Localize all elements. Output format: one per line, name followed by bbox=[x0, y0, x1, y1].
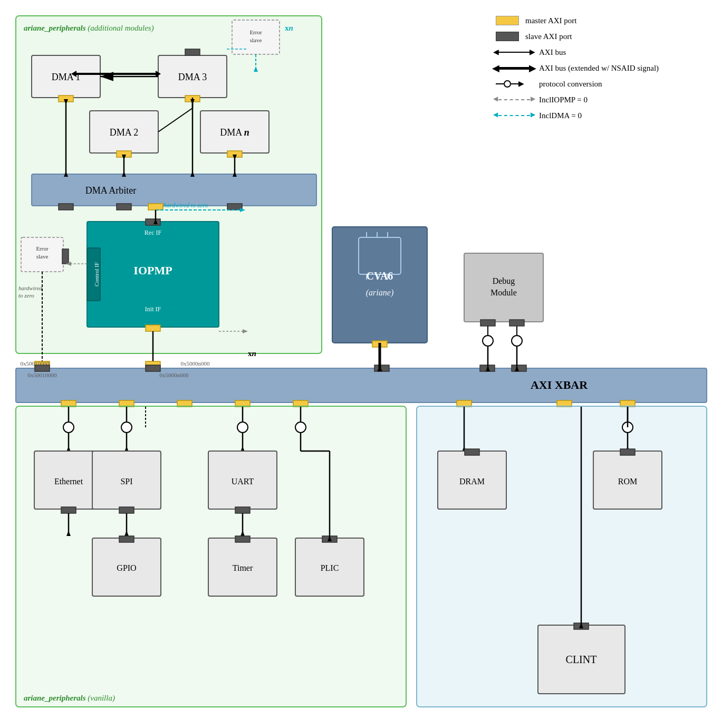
iopmp-rec-if-label: Rec IF bbox=[145, 229, 162, 236]
addr1-below: 0x50010000 bbox=[28, 372, 57, 378]
dma-arbiter-slave-port-1 bbox=[59, 204, 73, 210]
hardwired-zero-left-1: hardwired bbox=[18, 285, 43, 291]
iopmp-init-if-master-port bbox=[146, 325, 160, 331]
debug-protocol-circle-2 bbox=[512, 336, 522, 346]
debug-slave-port-2 bbox=[509, 320, 524, 326]
error-slave-left-label-2: slave bbox=[36, 253, 49, 260]
spi-slave-port bbox=[119, 507, 134, 513]
debug-module-label-2: Module bbox=[490, 288, 517, 297]
plic-label: PLIC bbox=[321, 563, 339, 572]
gpio-slave-port bbox=[119, 536, 134, 542]
error-slave-top-label: Error bbox=[249, 29, 262, 35]
svg-text:slave: slave bbox=[250, 37, 262, 43]
gpio-label: GPIO bbox=[117, 563, 136, 572]
rom-label: ROM bbox=[618, 477, 637, 486]
ethernet-label: Ethernet bbox=[54, 477, 83, 486]
uart-label: UART bbox=[232, 477, 254, 486]
dma-arbiter-slave-port-3 bbox=[227, 204, 242, 210]
plic-protocol-circle bbox=[295, 422, 306, 433]
cva6-ariane-label: (ariane) bbox=[366, 288, 393, 298]
dma3-label: DMA 3 bbox=[178, 72, 207, 82]
diagram-container: master AXI port slave AXI port ◀ ▶ AXI b… bbox=[5, 5, 707, 723]
xbar-slave-port-2 bbox=[146, 365, 160, 371]
axi-xbar-label: AXI XBAR bbox=[531, 378, 588, 391]
main-diagram-svg: ariane_peripherals (additional modules) … bbox=[5, 5, 712, 728]
iopmp-init-if-label: Init IF bbox=[145, 305, 161, 313]
timer-slave-port bbox=[235, 536, 250, 542]
dma-arbiter-box bbox=[32, 174, 316, 206]
debug-module-label-1: Debug bbox=[493, 276, 515, 286]
dram-label: DRAM bbox=[459, 477, 485, 486]
dma2-label: DMA 2 bbox=[110, 127, 139, 138]
dman-label: DMA n bbox=[220, 127, 249, 138]
uart-slave-port bbox=[235, 507, 250, 513]
dma-arbiter-slave-port-2 bbox=[117, 204, 131, 210]
dma-arbiter-master-port bbox=[148, 204, 163, 210]
axi-xbar-box bbox=[16, 368, 707, 403]
dram-slave-port bbox=[465, 449, 479, 455]
iopmp-label: IOPMP bbox=[133, 264, 172, 277]
hardwired-zero-label: hardwired to zero bbox=[163, 202, 208, 209]
uart-protocol-circle bbox=[237, 422, 248, 433]
cva6-box bbox=[332, 227, 427, 343]
addr2-label: 0x5000n000 bbox=[181, 360, 210, 367]
hardwired-zero-left-2: to zero bbox=[18, 292, 34, 299]
clint-label: CLINT bbox=[566, 654, 597, 665]
error-slave-left-slave-port bbox=[62, 249, 69, 264]
debug-module-box bbox=[464, 253, 543, 322]
xn-bottom-label: xn bbox=[248, 349, 256, 358]
addr2-below: 0x5000n000 bbox=[160, 372, 189, 378]
dma-arbiter-label: DMA Arbiter bbox=[85, 185, 137, 196]
xbar-slave-port-debug2 bbox=[512, 365, 526, 371]
timer-label: Timer bbox=[233, 563, 253, 572]
debug-protocol-circle-1 bbox=[483, 336, 493, 346]
cva6-name: CVA6 bbox=[367, 270, 393, 282]
debug-slave-port-1 bbox=[480, 320, 495, 326]
addr1-label: 0x50010000 bbox=[21, 360, 50, 367]
region-additional-label: ariane_peripherals (additional modules) bbox=[24, 24, 154, 33]
region-vanilla-label: ariane_peripherals (vanilla) bbox=[24, 694, 115, 703]
spi-protocol-circle bbox=[121, 422, 132, 433]
iopmp-rec-if-slave-port bbox=[146, 219, 160, 225]
spi-label: SPI bbox=[120, 477, 132, 486]
ethernet-protocol-circle bbox=[63, 422, 74, 433]
rom-slave-port bbox=[620, 449, 635, 455]
error-slave-left-label-1: Error bbox=[36, 245, 49, 252]
xn-top-label: xn bbox=[285, 24, 293, 32]
dma3-slave-port bbox=[185, 49, 200, 55]
ethernet-slave-port bbox=[61, 507, 76, 513]
iopmp-control-if-label: Control IF bbox=[93, 262, 100, 286]
